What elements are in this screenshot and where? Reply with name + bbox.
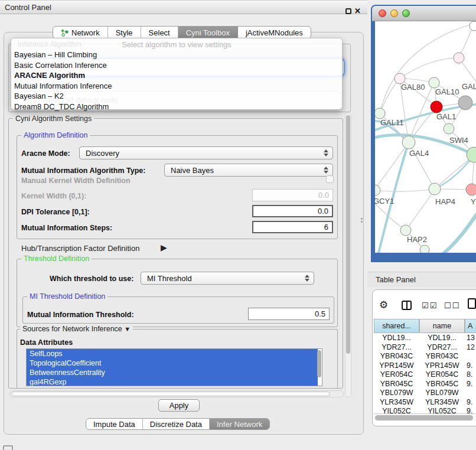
data-attributes-label: Data Attributes [20, 338, 73, 347]
tab-cyni-toolbox[interactable]: Cyni Toolbox [178, 27, 238, 38]
cyni-bottom-tabbar: Impute Data Discretize Data Infer Networ… [86, 418, 270, 430]
settings-horizontal-scrollbar-thumb[interactable] [11, 392, 330, 396]
table-row[interactable]: YIL052CYIL052C9. [374, 407, 476, 413]
cyni-settings-group-title: Cyni Algorithm Settings [13, 115, 94, 123]
cell: YDL19... [419, 334, 465, 343]
tab-impute-data[interactable]: Impute Data [86, 419, 143, 429]
hub-expander-arrow-icon[interactable]: ▶ [161, 243, 167, 252]
column-header-partial[interactable]: A [465, 319, 476, 333]
network-window-titlebar[interactable] [372, 6, 476, 21]
cell: YER054C [374, 370, 419, 380]
table-row[interactable]: YLR345WYLR345W9. [374, 398, 476, 407]
node-pink[interactable] [454, 53, 464, 63]
cell: YDR27... [419, 343, 465, 353]
tab-jactivemnodules[interactable]: jActiveMNodules [238, 27, 311, 38]
mi-steps-field[interactable]: 6 [252, 221, 333, 233]
table-horizontal-scrollbar-thumb[interactable] [375, 415, 473, 420]
table-row[interactable]: YBR045CYBR045C9. [374, 380, 476, 389]
cell: YIL052C [419, 407, 465, 413]
close-icon[interactable]: ✕ [354, 6, 361, 15]
cell: 12 [465, 343, 476, 353]
mi-type-combo[interactable]: Naive Bayes [164, 164, 333, 177]
settings-horizontal-scrollbar[interactable] [9, 390, 344, 397]
tab-network-label: Network [71, 28, 100, 37]
table-row[interactable]: YDL19...YDL19...13 [374, 334, 476, 343]
float-window-icon[interactable] [345, 8, 351, 14]
gear-icon[interactable]: ⚙ [379, 299, 388, 311]
list-item-betweennesscentrality[interactable]: BetweennessCentrality [27, 368, 318, 377]
cell: YPR145W [374, 361, 419, 371]
kernel-width-field[interactable]: 0.0 [252, 189, 333, 201]
cell: YBR045C [374, 380, 419, 389]
network-tab-icon [61, 29, 69, 37]
document-icon[interactable] [468, 298, 476, 309]
cell: 8. [465, 370, 476, 380]
panel-splitter-handle[interactable] [360, 217, 363, 223]
node-hap2[interactable] [400, 225, 411, 236]
node-partial-bottom[interactable] [420, 245, 429, 253]
table-row[interactable]: YBL079WYBL079W [374, 389, 476, 398]
cell: YBR043C [419, 352, 465, 361]
table-row[interactable]: YBR043CYBR043C [374, 352, 476, 361]
table-panel-titlebar: Table Panel [367, 272, 476, 287]
table-horizontal-scrollbar[interactable] [373, 413, 476, 422]
tab-style[interactable]: Style [108, 27, 141, 38]
spinner-arrows-icon [305, 275, 309, 282]
minimized-panel-icon[interactable] [3, 445, 13, 450]
menu-item-aracne[interactable]: ARACNE Algorithm [11, 70, 342, 81]
menu-item-basic-correlation[interactable]: Basic Correlation Inference [11, 60, 342, 71]
list-item-selfloops[interactable]: SelfLoops [27, 349, 318, 358]
table-row[interactable]: YDR27...YDR27...12 [374, 343, 476, 353]
node-gal10[interactable] [429, 77, 439, 88]
apply-button-label: Apply [169, 401, 189, 410]
tab-select[interactable]: Select [141, 27, 178, 38]
list-item-topologicalcoefficient[interactable]: TopologicalCoefficient [27, 358, 318, 368]
menu-item-dream8[interactable]: Dream8 DC_TDC Algorithm [11, 102, 342, 112]
menu-item-bayesian-k2[interactable]: Bayesian – K2 [11, 91, 342, 102]
apply-button[interactable]: Apply [158, 399, 200, 412]
mi-threshold-field[interactable]: 0.5 [248, 308, 330, 320]
select-all-checkboxes-icon[interactable]: ☑☑ [422, 301, 438, 310]
dpi-tolerance-value: 0.0 [318, 207, 328, 216]
network-canvas[interactable]: GAL8 GAL80 GAL10 GAL1 GAL11 SWI4 GAL4 GC… [375, 21, 476, 253]
node-gray[interactable] [458, 96, 472, 110]
manual-kernel-checkbox[interactable] [326, 175, 334, 183]
attributes-list-scrollbar[interactable] [317, 350, 321, 377]
node-salmon[interactable] [466, 184, 476, 195]
column-header-shared-name[interactable]: shared... [374, 319, 419, 333]
settings-vertical-scrollbar[interactable] [345, 112, 351, 397]
window-close-button[interactable] [379, 9, 386, 17]
node-gcy1[interactable] [375, 185, 380, 195]
node-gal4[interactable] [402, 136, 415, 149]
mi-threshold-value: 0.5 [315, 309, 325, 318]
table-row[interactable]: YPR145WYPR145W9. [374, 361, 476, 371]
split-columns-icon[interactable] [402, 301, 412, 310]
which-threshold-combo[interactable]: MI Threshold [141, 272, 314, 285]
list-item-gal4rgexp[interactable]: gal4RGexp [27, 377, 318, 386]
window-zoom-button[interactable] [402, 9, 410, 17]
cell: YLR345W [419, 398, 465, 407]
tab-network[interactable]: Network [53, 27, 108, 38]
aracne-mode-value: Discovery [86, 149, 119, 158]
node-hap4[interactable] [429, 183, 441, 195]
settings-vertical-scrollbar-thumb[interactable] [346, 115, 350, 354]
node-red-selected[interactable] [431, 101, 442, 113]
sources-group-title[interactable]: Sources for Network Inference ▼ [20, 325, 133, 333]
node-gal1[interactable] [444, 123, 454, 134]
table-row[interactable]: YER054CYER054C8. [374, 370, 476, 380]
window-minimize-button[interactable] [390, 9, 398, 17]
dpi-tolerance-field[interactable]: 0.0 [252, 205, 333, 217]
cell: 13 [465, 334, 476, 343]
node-gal11[interactable] [375, 108, 385, 119]
tab-discretize-data[interactable]: Discretize Data [143, 419, 210, 429]
hub-expander-label[interactable]: Hub/Transcription Factor Definition [21, 244, 139, 253]
column-header-name[interactable]: name [419, 319, 465, 333]
clear-all-checkboxes-icon[interactable]: ☐☐ [444, 301, 460, 310]
menu-item-bayesian-hill-climbing[interactable]: Bayesian – Hill Climbing [11, 50, 342, 60]
sources-collapse-arrow-icon: ▼ [124, 325, 131, 332]
cell [465, 352, 476, 361]
aracne-mode-combo[interactable]: Discovery [79, 146, 333, 159]
node-partial-top[interactable] [470, 21, 476, 31]
menu-item-mutual-information[interactable]: Mutual Information Inference [11, 81, 342, 92]
tab-infer-network[interactable]: Infer Network [210, 419, 269, 429]
